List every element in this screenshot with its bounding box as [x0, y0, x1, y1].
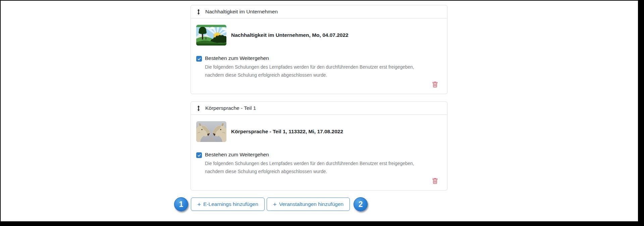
- add-elearnings-button[interactable]: + E-Learnings hinzufügen: [191, 198, 265, 211]
- checkbox-label[interactable]: Bestehen zum Weitergehen: [205, 152, 434, 158]
- add-elearnings-label: E-Learnings hinzufügen: [203, 201, 258, 207]
- drag-handle-icon[interactable]: [196, 105, 201, 111]
- add-events-label: Veranstaltungen hinzufügen: [279, 201, 343, 207]
- checkbox-text-block: Bestehen zum Weitergehen Die folgenden S…: [205, 55, 434, 79]
- training-title: Nachhaltigkeit im Unternehmen, Mo, 04.07…: [231, 32, 348, 38]
- page-background: Nachhaltigkeit im Unternehmen: [1, 1, 638, 221]
- checkbox-text-block: Bestehen zum Weitergehen Die folgenden S…: [205, 152, 434, 176]
- training-title: Körpersprache - Teil 1, 113322, Mi, 17.0…: [231, 129, 343, 135]
- screenshot-root: { "cards": [ { "header": "Nachhaltigkeit…: [0, 0, 644, 226]
- training-thumbnail-landscape: [196, 25, 226, 46]
- delete-training-icon[interactable]: [432, 178, 438, 184]
- delete-training-icon[interactable]: [432, 82, 438, 88]
- card-header-title: Körpersprache - Teil 1: [205, 105, 256, 111]
- training-card-1-body: Nachhaltigkeit im Unternehmen, Mo, 04.07…: [191, 18, 447, 94]
- pass-to-proceed-checkbox[interactable]: [196, 56, 202, 62]
- pass-to-proceed-checkbox[interactable]: [196, 152, 202, 158]
- learning-path-column: Nachhaltigkeit im Unternehmen: [191, 5, 447, 211]
- checkbox-label[interactable]: Bestehen zum Weitergehen: [205, 55, 434, 61]
- training-card-1-header: Nachhaltigkeit im Unternehmen: [191, 5, 447, 18]
- add-events-button[interactable]: + Veranstaltungen hinzufügen: [267, 198, 350, 211]
- training-thumbnail-sheep: [196, 121, 226, 142]
- checkbox-description: Die folgenden Schulungen des Lernpfades …: [205, 63, 434, 79]
- plus-icon: +: [197, 201, 201, 208]
- training-card-2-body: Körpersprache - Teil 1, 113322, Mi, 17.0…: [191, 115, 447, 190]
- training-card-2: Körpersprache - Teil 1: [191, 101, 447, 191]
- drag-handle-icon[interactable]: [196, 9, 201, 15]
- training-card-1: Nachhaltigkeit im Unternehmen: [191, 5, 447, 94]
- add-actions-row: 1 + E-Learnings hinzufügen + Veranstaltu…: [191, 197, 447, 211]
- annotation-badge-2: 2: [354, 197, 368, 211]
- annotation-badge-1: 1: [174, 197, 188, 211]
- plus-icon: +: [273, 201, 277, 208]
- checkbox-description: Die folgenden Schulungen des Lernpfades …: [205, 160, 434, 176]
- card-header-title: Nachhaltigkeit im Unternehmen: [205, 9, 278, 15]
- training-card-2-header: Körpersprache - Teil 1: [191, 102, 447, 115]
